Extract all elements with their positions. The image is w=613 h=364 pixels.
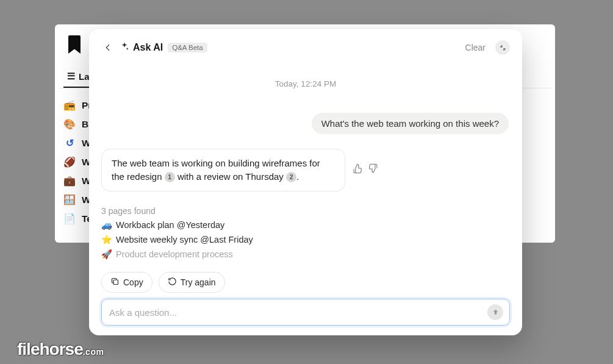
pages-list: 🚙Workback plan @Yesterday⭐Website weekly…	[101, 216, 510, 260]
page-link[interactable]: ⭐Website weekly sync @Last Friday	[101, 235, 510, 245]
ai-message: The web team is working on building wire…	[101, 149, 345, 191]
page-link[interactable]: 🚀Product development process	[101, 249, 510, 260]
modal-title-text: Ask AI	[133, 42, 163, 53]
page-text: Workback plan @Yesterday	[116, 220, 224, 230]
page-emoji-icon: ⭐	[101, 235, 112, 245]
copy-icon	[110, 277, 120, 288]
modal-header: Ask AI Q&A Beta Clear	[101, 40, 510, 55]
user-message: What's the web team working on this week…	[312, 113, 509, 134]
page-text: Website weekly sync @Last Friday	[116, 235, 253, 244]
copy-button[interactable]: Copy	[101, 272, 152, 293]
question-input[interactable]	[109, 307, 487, 318]
send-button[interactable]	[487, 304, 503, 320]
ai-response-row: The web team is working on building wire…	[101, 149, 510, 191]
thumbs-up-icon[interactable]	[353, 163, 363, 176]
collapse-button[interactable]	[495, 40, 510, 55]
item-icon: ↺	[63, 137, 76, 149]
svg-rect-0	[113, 280, 118, 285]
item-icon: 📻	[63, 99, 76, 111]
page-link[interactable]: 🚙Workback plan @Yesterday	[101, 220, 510, 230]
item-icon: 📄	[63, 213, 76, 224]
back-button[interactable]	[101, 41, 115, 54]
beta-badge: Q&A Beta	[168, 43, 207, 52]
item-icon: 🎨	[63, 118, 76, 130]
sparkle-icon	[120, 41, 129, 54]
item-icon: 🏈	[63, 156, 76, 168]
thumbs-down-icon[interactable]	[368, 163, 378, 176]
feedback-buttons	[353, 163, 378, 176]
ask-ai-modal: Ask AI Q&A Beta Clear Today, 12:24 PM Wh…	[89, 29, 522, 335]
clear-button[interactable]: Clear	[465, 43, 486, 52]
pages-found-label: 3 pages found	[101, 206, 510, 216]
question-input-container	[101, 299, 510, 326]
modal-title: Ask AI	[120, 41, 163, 54]
citation-1[interactable]: 1	[165, 172, 175, 182]
action-buttons: Copy Try again	[101, 272, 510, 293]
page-text: Product development process	[116, 249, 233, 259]
page-emoji-icon: 🚙	[101, 220, 112, 230]
timestamp: Today, 12:24 PM	[101, 79, 510, 88]
item-icon: 🪟	[63, 194, 76, 205]
retry-icon	[168, 277, 177, 288]
citation-2[interactable]: 2	[286, 172, 296, 182]
list-icon: ☰	[67, 71, 75, 82]
app-logo-icon	[68, 35, 81, 54]
item-icon: 💼	[63, 175, 76, 187]
watermark: filehorse.com	[17, 340, 104, 359]
page-emoji-icon: 🚀	[101, 249, 112, 260]
try-again-button[interactable]: Try again	[159, 272, 225, 293]
